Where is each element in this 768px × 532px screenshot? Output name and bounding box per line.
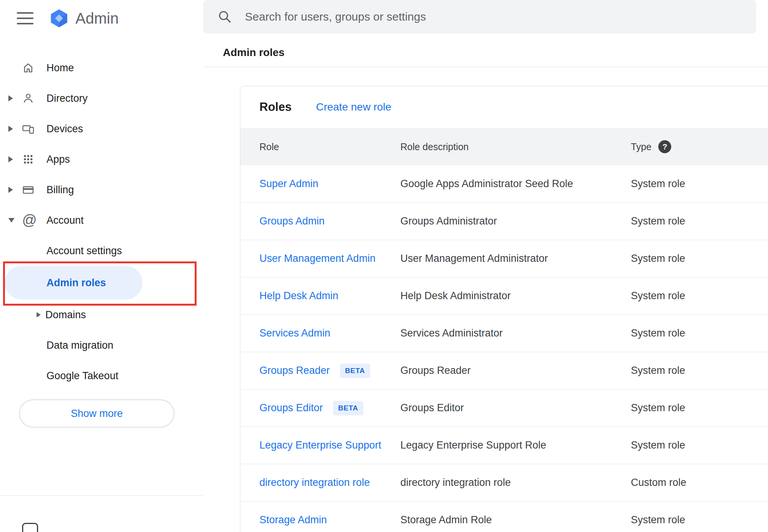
role-link[interactable]: Groups Editor <box>259 402 323 414</box>
role-description: Legacy Enterprise Support Role <box>400 439 631 451</box>
sidebar-item-admin-roles[interactable]: Admin roles <box>5 266 142 300</box>
table-row: Services AdminServices AdministratorSyst… <box>240 315 768 352</box>
role-description: User Management Administrator <box>400 253 631 264</box>
role-type: System role <box>631 327 768 339</box>
role-type: System role <box>631 178 768 190</box>
chevron-right-icon <box>8 95 13 101</box>
sidebar-item-billing[interactable]: Billing <box>0 175 203 205</box>
chevron-right-icon <box>8 187 13 193</box>
table-row: Groups EditorBETAGroups EditorSystem rol… <box>240 389 768 427</box>
role-link[interactable]: Groups Admin <box>259 215 325 227</box>
sidebar-item-label: Billing <box>46 184 74 196</box>
role-type: System role <box>631 514 768 526</box>
sidebar-item-directory[interactable]: Directory <box>0 83 203 114</box>
role-link[interactable]: Groups Reader <box>259 365 330 377</box>
role-type: System role <box>631 253 768 264</box>
role-link[interactable]: User Management Admin <box>259 253 376 264</box>
sidebar-item-label: Apps <box>46 154 70 165</box>
column-header-description: Role description <box>400 141 631 152</box>
role-type: System role <box>631 439 768 451</box>
create-new-role-link[interactable]: Create new role <box>316 101 391 113</box>
sidebar-item-label: Directory <box>46 93 88 104</box>
table-row: Groups ReaderBETAGroups ReaderSystem rol… <box>240 352 768 389</box>
search-input[interactable] <box>245 5 756 28</box>
table-row: Groups AdminGroups AdministratorSystem r… <box>240 203 768 240</box>
roles-card-header: Roles Create new role <box>240 86 768 128</box>
chevron-right-icon <box>8 126 13 132</box>
sidebar-item-label: Domains <box>45 309 86 321</box>
sidebar-item-label: Google Takeout <box>46 370 118 382</box>
sidebar-item-domains[interactable]: Domains <box>0 300 203 330</box>
help-icon[interactable]: ? <box>658 140 671 153</box>
role-cell: Legacy Enterprise Support <box>240 439 400 451</box>
directory-icon <box>22 92 46 104</box>
sidebar-item-google-takeout[interactable]: Google Takeout <box>0 361 203 391</box>
sidebar-item-label: Account settings <box>46 245 122 257</box>
role-cell: Storage Admin <box>240 514 400 526</box>
table-row: Super AdminGoogle Apps Administrator See… <box>240 165 768 203</box>
role-cell: directory integration role <box>240 477 400 489</box>
admin-logo: Admin <box>49 8 118 29</box>
role-link[interactable]: Help Desk Admin <box>259 290 338 302</box>
devices-icon <box>22 123 46 135</box>
role-type: System role <box>631 215 768 227</box>
search-bar[interactable] <box>203 0 756 34</box>
role-link[interactable]: Legacy Enterprise Support <box>259 439 381 451</box>
sidebar-item-admin-roles-row: Admin roles <box>0 266 203 300</box>
role-cell: Groups EditorBETA <box>240 401 400 415</box>
role-link[interactable]: directory integration role <box>259 477 370 489</box>
role-type: System role <box>631 402 768 414</box>
table-row: directory integration roledirectory inte… <box>240 464 768 502</box>
role-type: Custom role <box>631 477 768 489</box>
role-description: Storage Admin Role <box>400 514 631 526</box>
chevron-down-icon <box>8 218 14 223</box>
account-icon: @ <box>22 213 46 227</box>
chevron-right-icon <box>8 156 13 162</box>
role-cell: Services Admin <box>240 327 400 339</box>
header-divider <box>203 67 768 67</box>
column-header-type: Type ? <box>631 140 768 153</box>
role-description: Google Apps Administrator Seed Role <box>400 178 631 190</box>
column-header-role: Role <box>240 141 400 152</box>
app-title: Admin <box>75 10 118 27</box>
partial-bottom-icon <box>22 523 38 532</box>
role-description: Services Administrator <box>400 327 631 339</box>
role-type: System role <box>631 290 768 302</box>
sidebar-item-home[interactable]: Home <box>0 53 203 83</box>
sidebar: Admin Home <box>0 0 203 532</box>
sidebar-item-label: Account <box>46 215 84 226</box>
sidebar-item-label: Admin roles <box>46 277 106 289</box>
role-type: System role <box>631 365 768 377</box>
column-header-type-label: Type <box>631 141 651 152</box>
role-link[interactable]: Services Admin <box>259 327 330 339</box>
sidebar-item-label: Data migration <box>46 340 114 351</box>
role-link[interactable]: Super Admin <box>259 178 318 190</box>
table-row: Help Desk AdminHelp Desk AdministratorSy… <box>240 277 768 315</box>
home-icon <box>22 62 46 74</box>
sidebar-item-apps[interactable]: Apps <box>0 144 203 175</box>
menu-icon[interactable] <box>17 12 34 24</box>
role-link[interactable]: Storage Admin <box>259 514 327 526</box>
role-cell: Groups Admin <box>240 215 400 227</box>
main-content: Admin roles Roles Create new role Role R… <box>203 0 768 532</box>
roles-table-body: Super AdminGoogle Apps Administrator See… <box>240 165 768 532</box>
sidebar-item-account-settings[interactable]: Account settings <box>0 236 203 266</box>
sidebar-item-account[interactable]: @ Account <box>0 205 203 236</box>
show-more-button[interactable]: Show more <box>19 399 174 428</box>
role-description: directory integration role <box>400 477 631 489</box>
breadcrumb: Admin roles <box>223 46 285 59</box>
admin-console-screen: Admin Home <box>0 0 768 532</box>
beta-badge: BETA <box>340 364 370 378</box>
role-cell: Groups ReaderBETA <box>240 364 400 378</box>
admin-logo-icon <box>49 8 69 29</box>
table-row: Legacy Enterprise SupportLegacy Enterpri… <box>240 427 768 464</box>
role-description: Groups Administrator <box>400 215 631 227</box>
sidebar-item-devices[interactable]: Devices <box>0 114 203 144</box>
sidebar-bottom-divider <box>0 495 203 496</box>
beta-badge: BETA <box>333 401 363 415</box>
sidebar-item-data-migration[interactable]: Data migration <box>0 330 203 361</box>
search-icon <box>218 10 232 24</box>
billing-icon <box>22 184 46 196</box>
roles-card: Roles Create new role Role Role descript… <box>240 86 768 532</box>
role-cell: Super Admin <box>240 178 400 190</box>
